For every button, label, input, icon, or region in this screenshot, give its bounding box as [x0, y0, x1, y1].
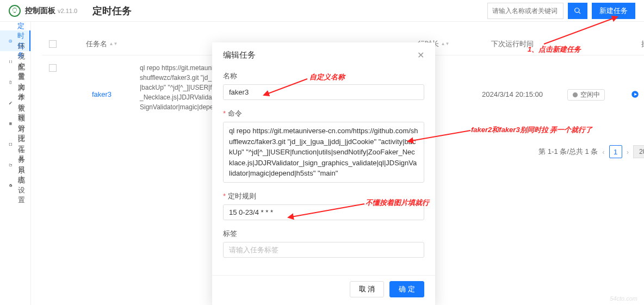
- input-command[interactable]: ql repo https://git.metauniverse-cn.com/…: [223, 122, 424, 183]
- new-task-button[interactable]: 新建任务: [592, 3, 635, 19]
- search-icon: [574, 7, 581, 15]
- clock-icon: [572, 92, 578, 98]
- col-ops: 操作: [618, 39, 644, 49]
- version-text: v2.11.0: [58, 8, 77, 14]
- page-title: 定时任务: [92, 4, 132, 17]
- pagination: 第 1-1 条/总共 1 条 ‹ 1 › 20 条/页: [538, 145, 644, 158]
- pager-next[interactable]: ›: [627, 148, 629, 156]
- logo-icon: [9, 5, 21, 17]
- sidebar-item-settings[interactable]: 系统设置: [0, 175, 30, 196]
- input-name[interactable]: [223, 84, 424, 100]
- clock-icon: [9, 37, 12, 45]
- pager-size-select[interactable]: 20 条/页: [633, 145, 644, 158]
- modal-title: 编辑任务: [223, 50, 256, 60]
- sidebar-item-label: 系统设置: [18, 166, 30, 205]
- cancel-button[interactable]: 取 消: [350, 281, 385, 297]
- status-badge: 空闲中: [567, 89, 605, 101]
- gear-icon: [9, 182, 13, 190]
- search-button[interactable]: [568, 3, 587, 19]
- compare-icon: [9, 140, 13, 148]
- edit-task-modal: 编辑任务 ✕ 名称 命令 ql repo https://git.metauni…: [212, 42, 435, 305]
- pager-summary: 第 1-1 条/总共 1 条: [538, 147, 598, 157]
- label-command: 命令: [223, 109, 424, 119]
- label-schedule: 定时规则: [223, 191, 424, 201]
- file-icon: [9, 78, 13, 86]
- pager-prev[interactable]: ‹: [602, 148, 604, 156]
- row-name[interactable]: faker3: [64, 63, 140, 98]
- ok-button[interactable]: 确 定: [389, 281, 424, 297]
- input-schedule[interactable]: [223, 204, 424, 220]
- label-tags: 标签: [223, 229, 424, 239]
- brand-name: 控制面板: [25, 6, 55, 16]
- col-next-run[interactable]: 下次运行时间: [472, 39, 553, 49]
- edit-icon: [9, 99, 13, 107]
- sidebar: 定时任务 环境变量 配置文件 脚本管理 依赖管理 对比工具 任务日志 系统设置: [0, 22, 31, 305]
- label-name: 名称: [223, 71, 424, 81]
- input-tags[interactable]: [223, 242, 424, 258]
- col-name[interactable]: 任务名▲▼: [64, 39, 140, 49]
- brackets-icon: [9, 58, 13, 66]
- folder-icon: [9, 161, 13, 169]
- row-next-run: 2024/3/14 20:15:00: [472, 63, 553, 98]
- row-checkbox[interactable]: [49, 64, 57, 72]
- pager-current[interactable]: 1: [609, 145, 622, 158]
- row-ops: [618, 63, 644, 98]
- layers-icon: [9, 120, 13, 128]
- search-input[interactable]: [487, 3, 564, 19]
- play-icon[interactable]: [631, 90, 639, 98]
- select-all-checkbox[interactable]: [49, 40, 57, 48]
- close-icon[interactable]: ✕: [417, 50, 424, 60]
